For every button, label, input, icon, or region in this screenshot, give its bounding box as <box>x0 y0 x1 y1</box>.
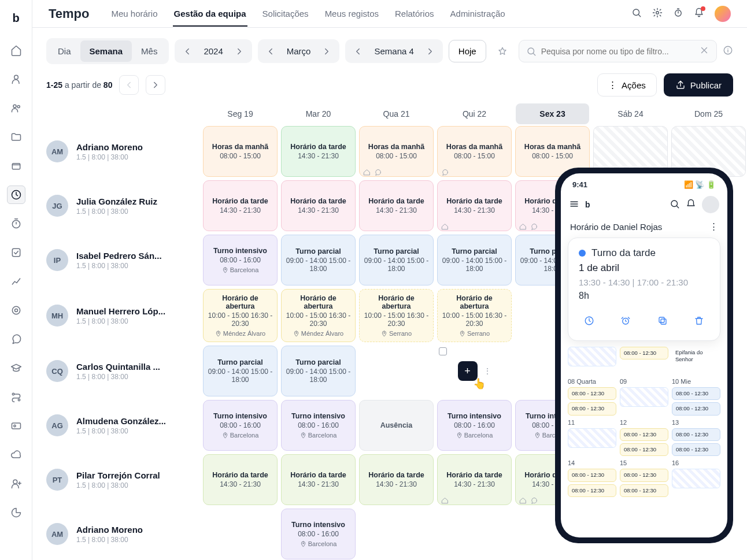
info-icon[interactable] <box>723 45 733 57</box>
shift-block[interactable]: Turno parcial09:00 - 14:00 15:00 - 18:00 <box>281 235 356 285</box>
tab-administração[interactable]: Administração <box>449 9 506 18</box>
rail-route-icon[interactable] <box>7 388 25 406</box>
phone-bell-icon[interactable] <box>686 199 696 211</box>
rail-cloud-icon[interactable] <box>7 446 25 464</box>
phone-day[interactable] <box>568 347 616 366</box>
shift-block[interactable]: Turno parcial09:00 - 14:00 15:00 - 18:00 <box>437 235 512 285</box>
phone-day[interactable]: 09 <box>620 378 668 416</box>
phone-chip[interactable]: 08:00 - 12:30 <box>568 387 616 400</box>
phone-chip[interactable]: 08:00 - 12:30 <box>672 443 720 456</box>
phone-day[interactable]: 11 <box>568 419 616 457</box>
schedule-cell[interactable]: Horas da manhã08:00 - 15:00 <box>435 124 513 179</box>
shift-block[interactable]: Turno parcial09:00 - 14:00 15:00 - 18:00 <box>359 235 434 285</box>
schedule-cell[interactable]: Horário da tarde14:30 - 21:30 <box>435 453 513 507</box>
rail-chart-icon[interactable] <box>7 272 25 291</box>
phone-chip[interactable] <box>672 469 720 488</box>
schedule-cell[interactable]: Horário da tarde14:30 - 21:30 <box>201 453 279 507</box>
phone-day[interactable]: 1408:00 - 12:3008:00 - 12:30 <box>568 459 616 497</box>
tab-solicitações[interactable]: Solicitações <box>261 9 310 18</box>
search-box[interactable] <box>519 40 717 62</box>
rail-grad-icon[interactable] <box>7 359 25 377</box>
schedule-cell[interactable]: Turno parcial09:00 - 14:00 15:00 - 18:00 <box>435 233 513 287</box>
schedule-cell[interactable]: Horário da tarde14:30 - 21:30 <box>201 179 279 233</box>
shift-block[interactable]: Horário de abertura10:00 - 15:00 16:30 -… <box>359 289 434 342</box>
search-icon[interactable] <box>631 8 642 20</box>
shift-block[interactable]: Turno intensivo08:00 - 16:00Barcelona <box>281 400 356 451</box>
tab-gestão-da-equipa[interactable]: Gestão da equipa <box>173 9 247 27</box>
employee-cell[interactable]: AMAdriano Moreno1.5 | 8:00 | 38:00 <box>74 507 201 560</box>
today-button[interactable]: Hoje <box>449 40 486 62</box>
shift-block[interactable]: Horas da manhã08:00 - 15:00 <box>203 126 278 177</box>
schedule-cell[interactable] <box>201 507 279 560</box>
stopwatch-icon[interactable] <box>673 8 683 20</box>
phone-chip[interactable]: 08:00 - 12:30 <box>620 443 668 456</box>
phone-day[interactable]: 1508:00 - 12:3008:00 - 12:30 <box>620 459 668 497</box>
schedule-cell[interactable]: Horas da manhã08:00 - 15:00 <box>357 124 435 179</box>
shift-block[interactable]: Horário de abertura10:00 - 15:00 16:30 -… <box>203 289 278 342</box>
shift-block[interactable]: Horário da tarde14:30 - 21:30 <box>437 180 512 231</box>
schedule-cell[interactable]: Turno intensivo08:00 - 16:00Barcelona <box>279 398 357 453</box>
view-seg-dia[interactable]: Dia <box>49 40 80 62</box>
schedule-cell[interactable] <box>435 507 513 560</box>
rail-home-icon[interactable] <box>7 41 25 60</box>
shift-block[interactable]: Horas da manhã08:00 - 15:00 <box>437 126 512 177</box>
schedule-cell[interactable]: Turno intensivo08:00 - 16:00Barcelona <box>201 233 279 287</box>
phone-day[interactable]: 1308:00 - 12:3008:00 - 12:30 <box>672 419 720 457</box>
rail-folder-icon[interactable] <box>7 128 25 146</box>
rail-target-icon[interactable] <box>7 301 25 320</box>
publish-button[interactable]: Publicar <box>664 73 733 97</box>
shift-block[interactable]: Horário da tarde14:30 - 21:30 <box>359 454 434 505</box>
schedule-cell[interactable]: Horário da tarde14:30 - 21:30 <box>279 179 357 233</box>
phone-chip[interactable]: Epifania do Senhor <box>672 347 720 366</box>
phone-chip[interactable]: 08:00 - 12:30 <box>620 428 668 441</box>
schedule-cell[interactable]: Horário da tarde14:30 - 21:30 <box>357 453 435 507</box>
shift-block[interactable]: Turno intensivo08:00 - 16:00Barcelona <box>203 235 278 285</box>
phone-chip[interactable] <box>568 347 616 366</box>
schedule-cell[interactable]: Horas da manhã08:00 - 15:00 <box>201 124 279 179</box>
schedule-cell[interactable]: Turno intensivo08:00 - 16:00Barcelona <box>201 398 279 453</box>
employee-cell[interactable]: IPIsabel Pedrero Sán...1.5 | 8:00 | 38:0… <box>74 233 201 287</box>
week-next[interactable] <box>422 43 438 60</box>
rail-chat-icon[interactable] <box>7 330 25 348</box>
tab-relatórios[interactable]: Relatórios <box>394 9 435 18</box>
shift-block[interactable]: Horas da manhã08:00 - 15:00 <box>359 126 434 177</box>
more-icon[interactable]: ⋮ <box>483 366 491 376</box>
schedule-cell[interactable]: Turno parcial09:00 - 14:00 15:00 - 18:00 <box>357 233 435 287</box>
schedule-cell[interactable]: +⋮👆 <box>435 344 513 398</box>
schedule-cell[interactable]: Horário da tarde14:30 - 21:30 <box>279 453 357 507</box>
checkbox[interactable] <box>439 347 447 355</box>
employee-cell[interactable]: AMAdriano Moreno1.5 | 8:00 | 38:00 <box>74 124 201 179</box>
trash-icon[interactable] <box>689 310 709 331</box>
phone-day[interactable]: Epifania do Senhor <box>672 347 720 366</box>
actions-button[interactable]: ⋮Ações <box>597 73 657 97</box>
employee-cell[interactable]: MHManuel Herrero Lóp...1.5 | 8:00 | 38:0… <box>74 287 201 344</box>
rail-box-icon[interactable] <box>7 157 25 175</box>
more-icon[interactable]: ⋮ <box>709 221 718 232</box>
employee-cell[interactable]: AGAlmudena González...1.5 | 8:00 | 38:00 <box>74 398 201 453</box>
copy-icon[interactable] <box>652 310 673 331</box>
month-next[interactable] <box>319 43 335 60</box>
shift-block[interactable]: Turno intensivo08:00 - 16:00Barcelona <box>437 400 512 451</box>
phone-day[interactable]: 08:00 - 12:30 <box>620 347 668 366</box>
month-prev[interactable] <box>262 43 279 60</box>
week-prev[interactable] <box>350 43 366 60</box>
pager-prev[interactable] <box>119 75 139 95</box>
shift-block[interactable]: Horário de abertura10:00 - 15:00 16:30 -… <box>437 289 512 342</box>
year-prev[interactable] <box>179 43 195 60</box>
shift-block[interactable]: Horário da tarde14:30 - 21:30 <box>203 180 278 231</box>
phone-chip[interactable]: 08:00 - 12:30 <box>672 387 720 400</box>
schedule-cell[interactable]: Ausência <box>357 398 435 453</box>
schedule-cell[interactable]: Horário de abertura10:00 - 15:00 16:30 -… <box>279 287 357 344</box>
phone-chip[interactable]: 08:00 - 12:30 <box>568 484 616 497</box>
phone-day[interactable]: 16 <box>672 459 720 497</box>
rail-id-icon[interactable] <box>7 417 25 435</box>
tab-meus-registos[interactable]: Meus registos <box>324 9 380 18</box>
phone-day[interactable]: 1208:00 - 12:3008:00 - 12:30 <box>620 419 668 457</box>
schedule-cell[interactable]: Turno parcial09:00 - 14:00 15:00 - 18:00 <box>279 233 357 287</box>
rail-user-icon[interactable] <box>7 70 25 88</box>
rail-people-icon[interactable] <box>7 99 25 117</box>
star-icon[interactable] <box>492 41 513 62</box>
phone-chip[interactable] <box>620 387 668 407</box>
phone-chip[interactable] <box>568 428 616 448</box>
rail-check-icon[interactable] <box>7 243 25 262</box>
